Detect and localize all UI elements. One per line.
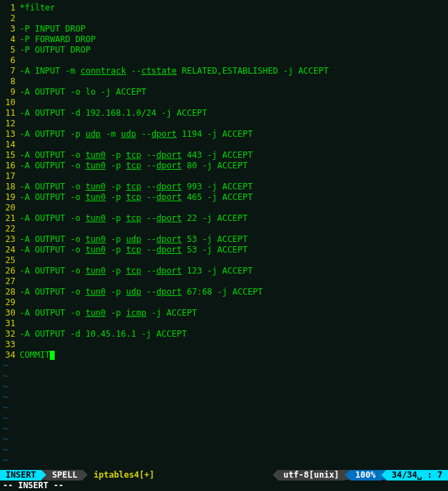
line-content[interactable] <box>20 55 448 66</box>
code-line[interactable]: 25 <box>0 255 448 266</box>
line-content[interactable]: -A OUTPUT -o tun0 -p tcp --dport 443 -j … <box>20 150 448 161</box>
code-line[interactable]: 32-A OUTPUT -d 10.45.16.1 -j ACCEPT <box>0 329 448 339</box>
code-line[interactable]: 18-A OUTPUT -o tun0 -p tcp --dport 993 -… <box>0 182 448 192</box>
code-line[interactable]: 22 <box>0 224 448 234</box>
line-content[interactable] <box>20 119 448 129</box>
status-spell: SPELL <box>46 470 83 480</box>
line-number: 23 <box>0 234 20 245</box>
code-line[interactable]: 30-A OUTPUT -o tun0 -p icmp -j ACCEPT <box>0 308 448 318</box>
line-number: 6 <box>0 55 20 66</box>
line-content[interactable]: -A INPUT -m conntrack --ctstate RELATED,… <box>20 66 448 76</box>
code-line[interactable]: 24-A OUTPUT -o tun0 -p tcp --dport 53 -j… <box>0 245 448 255</box>
empty-line-tilde: ~ <box>0 445 448 455</box>
code-line[interactable]: 4-P FORWARD DROP <box>0 34 448 45</box>
line-content[interactable] <box>20 140 448 150</box>
line-number: 31 <box>0 318 20 329</box>
line-number: 12 <box>0 119 20 129</box>
code-line[interactable]: 17 <box>0 171 448 182</box>
line-content[interactable] <box>20 13 448 24</box>
command-line: -- INSERT -- <box>0 480 448 491</box>
status-percent: 100% <box>350 470 381 480</box>
line-content[interactable]: -A OUTPUT -o tun0 -p icmp -j ACCEPT <box>20 308 448 318</box>
line-number: 22 <box>0 224 20 234</box>
code-line[interactable]: 34COMMIT <box>0 350 448 361</box>
code-line[interactable]: 23-A OUTPUT -o tun0 -p udp --dport 53 -j… <box>0 234 448 245</box>
code-line[interactable]: 21-A OUTPUT -o tun0 -p tcp --dport 22 -j… <box>0 213 448 224</box>
cursor <box>50 351 55 360</box>
empty-line-tilde: ~ <box>0 424 448 434</box>
line-content[interactable] <box>20 97 448 108</box>
line-content[interactable] <box>20 318 448 329</box>
code-line[interactable]: 15-A OUTPUT -o tun0 -p tcp --dport 443 -… <box>0 150 448 161</box>
line-content[interactable] <box>20 203 448 213</box>
code-line[interactable]: 6 <box>0 55 448 66</box>
line-content[interactable]: *filter <box>20 3 448 13</box>
line-number: 16 <box>0 161 20 171</box>
empty-line-tilde: ~ <box>0 455 448 466</box>
line-content[interactable]: -A OUTPUT -o tun0 -p udp --dport 67:68 -… <box>20 287 448 297</box>
line-content[interactable]: -P FORWARD DROP <box>20 34 448 45</box>
line-content[interactable] <box>20 255 448 266</box>
line-content[interactable]: -A OUTPUT -o tun0 -p tcp --dport 123 -j … <box>20 266 448 276</box>
code-line[interactable]: 3-P INPUT DROP <box>0 24 448 34</box>
separator-icon <box>41 470 46 480</box>
line-content[interactable]: -A OUTPUT -o tun0 -p udp --dport 53 -j A… <box>20 234 448 245</box>
code-line[interactable]: 27 <box>0 276 448 287</box>
empty-line-tilde: ~ <box>0 413 448 424</box>
code-line[interactable]: 20 <box>0 203 448 213</box>
code-line[interactable]: 31 <box>0 318 448 329</box>
code-line[interactable]: 14 <box>0 140 448 150</box>
line-content[interactable]: COMMIT <box>20 350 448 361</box>
line-content[interactable] <box>20 297 448 308</box>
empty-line-tilde: ~ <box>0 382 448 392</box>
line-content[interactable] <box>20 339 448 350</box>
line-content[interactable]: -A OUTPUT -o tun0 -p tcp --dport 53 -j A… <box>20 245 448 255</box>
line-content[interactable]: -P INPUT DROP <box>20 24 448 34</box>
line-number: 5 <box>0 45 20 55</box>
line-number: 10 <box>0 97 20 108</box>
status-position: 34/34␣ : 7 <box>386 470 448 480</box>
line-number: 27 <box>0 276 20 287</box>
line-content[interactable]: -A OUTPUT -o tun0 -p tcp --dport 22 -j A… <box>20 213 448 224</box>
line-content[interactable]: -A OUTPUT -d 192.168.1.0/24 -j ACCEPT <box>20 108 448 119</box>
code-line[interactable]: 33 <box>0 339 448 350</box>
code-line[interactable]: 11-A OUTPUT -d 192.168.1.0/24 -j ACCEPT <box>0 108 448 119</box>
line-content[interactable]: -A OUTPUT -o tun0 -p tcp --dport 993 -j … <box>20 182 448 192</box>
status-line: INSERT SPELL iptables4[+] utf-8[unix] 10… <box>0 470 448 480</box>
line-content[interactable] <box>20 276 448 287</box>
code-line[interactable]: 26-A OUTPUT -o tun0 -p tcp --dport 123 -… <box>0 266 448 276</box>
line-number: 3 <box>0 24 20 34</box>
line-number: 15 <box>0 150 20 161</box>
code-line[interactable]: 19-A OUTPUT -o tun0 -p tcp --dport 465 -… <box>0 192 448 203</box>
code-line[interactable]: 10 <box>0 97 448 108</box>
code-line[interactable]: 7-A INPUT -m conntrack --ctstate RELATED… <box>0 66 448 76</box>
line-content[interactable]: -A OUTPUT -o tun0 -p tcp --dport 465 -j … <box>20 192 448 203</box>
code-line[interactable]: 12 <box>0 119 448 129</box>
line-number: 9 <box>0 87 20 97</box>
line-content[interactable]: -A OUTPUT -o lo -j ACCEPT <box>20 87 448 97</box>
line-content[interactable] <box>20 224 448 234</box>
code-line[interactable]: 8 <box>0 76 448 87</box>
code-line[interactable]: 9-A OUTPUT -o lo -j ACCEPT <box>0 87 448 97</box>
editor-area[interactable]: 1*filter23-P INPUT DROP4-P FORWARD DROP5… <box>0 0 448 470</box>
line-number: 18 <box>0 182 20 192</box>
line-content[interactable]: -A OUTPUT -d 10.45.16.1 -j ACCEPT <box>20 329 448 339</box>
code-line[interactable]: 29 <box>0 297 448 308</box>
line-content[interactable]: -P OUTPUT DROP <box>20 45 448 55</box>
line-number: 32 <box>0 329 20 339</box>
line-number: 7 <box>0 66 20 76</box>
line-number: 33 <box>0 339 20 350</box>
code-line[interactable]: 2 <box>0 13 448 24</box>
code-line[interactable]: 5-P OUTPUT DROP <box>0 45 448 55</box>
code-line[interactable]: 13-A OUTPUT -p udp -m udp --dport 1194 -… <box>0 129 448 140</box>
code-line[interactable]: 28-A OUTPUT -o tun0 -p udp --dport 67:68… <box>0 287 448 297</box>
status-encoding: utf-8[unix] <box>278 470 344 480</box>
line-content[interactable]: -A OUTPUT -p udp -m udp --dport 1194 -j … <box>20 129 448 140</box>
code-line[interactable]: 1*filter <box>0 3 448 13</box>
code-line[interactable]: 16-A OUTPUT -o tun0 -p tcp --dport 80 -j… <box>0 161 448 171</box>
line-number: 25 <box>0 255 20 266</box>
line-content[interactable]: -A OUTPUT -o tun0 -p tcp --dport 80 -j A… <box>20 161 448 171</box>
line-number: 14 <box>0 140 20 150</box>
line-content[interactable] <box>20 76 448 87</box>
line-content[interactable] <box>20 171 448 182</box>
